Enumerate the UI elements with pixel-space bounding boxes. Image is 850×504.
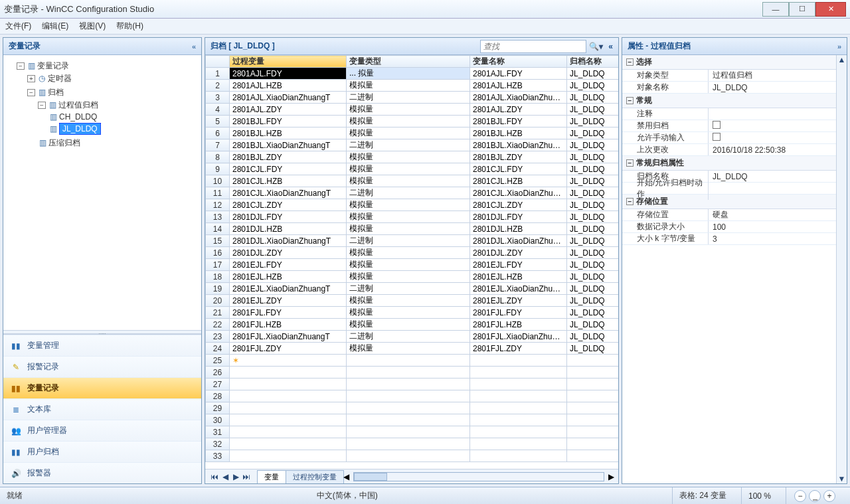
row-number[interactable]: 4: [206, 104, 230, 116]
table-row[interactable]: 20 2801EJL.ZDY 模拟量 2801EJL.ZDY JL_DLDQ: [206, 295, 619, 307]
cell-var-type[interactable]: 模拟量: [347, 295, 470, 307]
cell-archive[interactable]: JL_DLDQ: [567, 319, 619, 331]
row-number[interactable]: 5: [206, 116, 230, 127]
cell-var-type[interactable]: 模拟量: [347, 211, 470, 223]
row-number[interactable]: 28: [206, 390, 230, 402]
scroll-up-icon[interactable]: ▲: [838, 55, 846, 64]
cell-var-type[interactable]: 模拟量: [347, 163, 470, 175]
maximize-button[interactable]: ☐: [789, 2, 815, 17]
row-number[interactable]: 32: [206, 438, 230, 450]
cell-process-var[interactable]: 2801CJL.ZDY: [230, 199, 347, 211]
collapse-mid-icon[interactable]: «: [608, 42, 613, 51]
cell[interactable]: [230, 426, 347, 438]
cell-var-name[interactable]: 2801FJL.XiaoDianZhuangT: [470, 331, 567, 343]
cell[interactable]: [230, 367, 347, 378]
cell-var-type[interactable]: 模拟量: [347, 271, 470, 283]
prop-value[interactable]: 100: [709, 222, 836, 232]
row-number[interactable]: 10: [206, 175, 230, 187]
cell-var-type[interactable]: 二进制: [347, 331, 470, 343]
expand-icon[interactable]: −: [626, 159, 634, 167]
cell-process-var[interactable]: 2801BJL.HZB: [230, 127, 347, 139]
nav-alarm-logging[interactable]: ✎报警记录: [3, 356, 201, 377]
table-row[interactable]: 4 2801AJL.ZDY 模拟量 2801AJL.ZDY JL_DLDQ: [206, 104, 619, 116]
cell[interactable]: [470, 450, 567, 462]
cell[interactable]: [567, 390, 619, 402]
cell-var-name[interactable]: 2801FJL.ZDY: [470, 343, 567, 355]
row-number[interactable]: 12: [206, 199, 230, 211]
table-row[interactable]: 31: [206, 426, 619, 438]
cell[interactable]: [347, 378, 470, 390]
cell-var-name[interactable]: 2801EJL.ZDY: [470, 295, 567, 307]
table-row[interactable]: 21 2801FJL.FDY 模拟量 2801FJL.FDY JL_DLDQ: [206, 307, 619, 319]
cell-process-var[interactable]: 2801FJL.HZB: [230, 319, 347, 331]
cell-process-var[interactable]: 2801AJL.ZDY: [230, 104, 347, 116]
cell-archive[interactable]: JL_DLDQ: [567, 343, 619, 355]
search-input[interactable]: [480, 40, 586, 53]
cell[interactable]: [470, 438, 567, 450]
prop-value[interactable]: 硬盘: [709, 209, 836, 220]
cell[interactable]: [347, 438, 470, 450]
row-number[interactable]: 31: [206, 426, 230, 438]
cell[interactable]: [230, 402, 347, 414]
nav-horn[interactable]: 🔊报警器: [3, 462, 201, 483]
scroll-right-icon[interactable]: ▶: [608, 472, 614, 481]
table-row[interactable]: 22 2801FJL.HZB 模拟量 2801FJL.HZB JL_DLDQ: [206, 319, 619, 331]
tree-ch-dldq[interactable]: CH_DLDQ: [59, 112, 97, 122]
cell[interactable]: [567, 426, 619, 438]
row-number[interactable]: 3: [206, 92, 230, 104]
table-row[interactable]: 2 2801AJL.HZB 模拟量 2801AJL.HZB JL_DLDQ: [206, 80, 619, 92]
col-var-type[interactable]: 变量类型: [347, 56, 470, 68]
table-row[interactable]: 7 2801BJL.XiaoDianZhuangT 二进制 2801BJL.Xi…: [206, 139, 619, 151]
nav-text-library[interactable]: ≣文本库: [3, 398, 201, 420]
cell-var-type[interactable]: 模拟量: [347, 319, 470, 331]
cell-archive[interactable]: JL_DLDQ: [567, 223, 619, 235]
cell-process-var[interactable]: 2801DJL.ZDY: [230, 247, 347, 259]
table-row[interactable]: 12 2801CJL.ZDY 模拟量 2801CJL.ZDY JL_DLDQ: [206, 199, 619, 211]
cell-process-var[interactable]: 2801DJL.FDY: [230, 211, 347, 223]
table-row[interactable]: 18 2801EJL.HZB 模拟量 2801EJL.HZB JL_DLDQ: [206, 271, 619, 283]
cell-var-type[interactable]: 二进制: [347, 187, 470, 199]
row-number[interactable]: 30: [206, 414, 230, 426]
tab-prev-icon[interactable]: ◀: [220, 472, 230, 481]
cell-var-type[interactable]: 模拟量: [347, 151, 470, 163]
cell-archive[interactable]: JL_DLDQ: [567, 175, 619, 187]
cell-var-type[interactable]: 模拟量: [347, 247, 470, 259]
table-row[interactable]: 24 2801FJL.ZDY 模拟量 2801FJL.ZDY JL_DLDQ: [206, 343, 619, 355]
cell-var-name[interactable]: 2801AJL.ZDY: [470, 104, 567, 116]
cell-archive[interactable]: JL_DLDQ: [567, 92, 619, 104]
tree-toggle-icon[interactable]: +: [27, 75, 35, 82]
cell-archive[interactable]: JL_DLDQ: [567, 127, 619, 139]
cell-process-var[interactable]: 2801EJL.FDY: [230, 259, 347, 271]
tab-last-icon[interactable]: ⏭: [241, 472, 252, 481]
cell-var-name[interactable]: 2801BJL.FDY: [470, 116, 567, 127]
cell-process-var[interactable]: 2801DJL.XiaoDianZhuangT: [230, 235, 347, 247]
nav-tag-management[interactable]: ▮▮变量管理: [3, 335, 201, 356]
cell-var-type[interactable]: 模拟量: [347, 127, 470, 139]
cell[interactable]: [230, 450, 347, 462]
cell-archive[interactable]: JL_DLDQ: [567, 235, 619, 247]
cell-archive[interactable]: JL_DLDQ: [567, 331, 619, 343]
cell[interactable]: [470, 426, 567, 438]
collapse-left-icon[interactable]: «: [192, 42, 196, 50]
cell-var-type[interactable]: 模拟量: [347, 116, 470, 127]
cell-archive[interactable]: JL_DLDQ: [567, 80, 619, 92]
row-number[interactable]: 14: [206, 223, 230, 235]
cell-archive[interactable]: JL_DLDQ: [567, 283, 619, 295]
row-number[interactable]: 27: [206, 378, 230, 390]
cell[interactable]: [567, 450, 619, 462]
cell-var-name[interactable]: 2801CJL.XiaoDianZhuangT: [470, 187, 567, 199]
cell-var-name[interactable]: 2801CJL.FDY: [470, 163, 567, 175]
cell-archive[interactable]: JL_DLDQ: [567, 259, 619, 271]
row-number[interactable]: 19: [206, 283, 230, 295]
cell-process-var[interactable]: 2801AJL.FDY: [230, 68, 347, 80]
row-header-corner[interactable]: [206, 56, 230, 68]
cell-process-var[interactable]: 2801EJL.HZB: [230, 271, 347, 283]
cell-var-type[interactable]: 模拟量: [347, 80, 470, 92]
cell-var-name[interactable]: 2801AJL.HZB: [470, 80, 567, 92]
cell-process-var[interactable]: 2801CJL.XiaoDianZhuangT: [230, 187, 347, 199]
tree-archive[interactable]: 归档: [48, 88, 64, 97]
row-number[interactable]: 23: [206, 331, 230, 343]
table-row[interactable]: 25✶: [206, 355, 619, 367]
checkbox[interactable]: [713, 133, 721, 141]
cell-process-var[interactable]: 2801FJL.ZDY: [230, 343, 347, 355]
